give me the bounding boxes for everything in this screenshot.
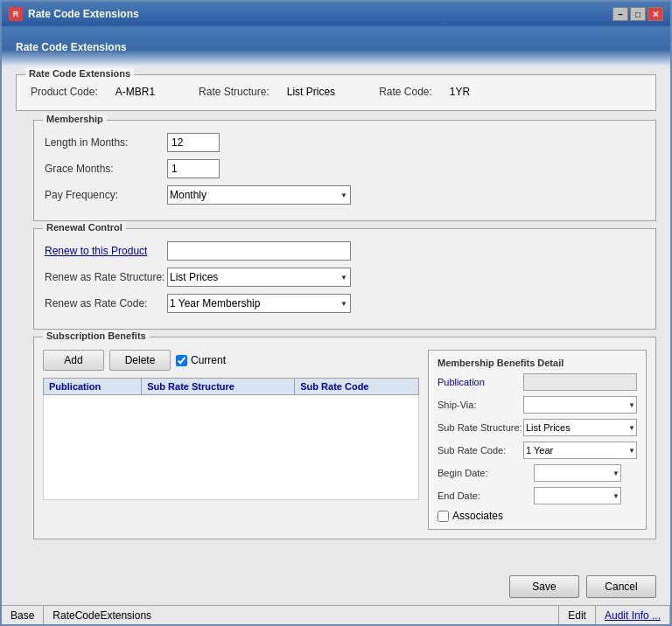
sub-rate-structure-row: Sub Rate Structure: List Prices Standard: [438, 419, 637, 436]
status-edit-label: Edit: [568, 609, 586, 622]
pay-frequency-label: Pay Frequency:: [45, 189, 167, 201]
begin-date-label: Begin Date:: [438, 468, 534, 478]
window-title: Rate Code Extensions: [28, 8, 139, 20]
content-area: Rate Code Extensions Product Code: A-MBR…: [2, 66, 670, 568]
grace-months-input[interactable]: [167, 159, 220, 178]
end-date-row: End Date:: [438, 487, 637, 504]
pay-frequency-select[interactable]: Monthly Annually Quarterly: [167, 185, 351, 205]
table-body: [44, 395, 419, 500]
publication-row: Publication: [438, 373, 637, 391]
status-audit[interactable]: Audit Info ...: [596, 606, 670, 624]
subscription-table: Publication Sub Rate Structure Sub Rate …: [43, 378, 419, 500]
title-bar-controls: – □ ✕: [612, 7, 663, 21]
renew-rate-structure-label: Renew as Rate Structure:: [45, 271, 167, 283]
renew-rate-code-label: Renew as Rate Code:: [45, 297, 167, 310]
cancel-button[interactable]: Cancel: [586, 575, 656, 598]
main-area: Membership Length in Months: Grace Month…: [16, 120, 656, 539]
table-empty-row: [44, 395, 419, 500]
footer-buttons: Save Cancel: [2, 568, 670, 605]
renew-rate-code-row: Renew as Rate Code: 1 Year Membership 2 …: [45, 294, 645, 313]
maximize-button[interactable]: □: [630, 7, 646, 21]
current-checkbox[interactable]: [176, 355, 187, 366]
benefits-detail-title: Membership Benefits Detail: [438, 358, 637, 368]
grace-months-row: Grace Months:: [45, 159, 645, 178]
sub-rate-code-select[interactable]: 1 Year 2 Year Monthly: [523, 442, 637, 459]
col-sub-rate-code: Sub Rate Code: [295, 379, 419, 395]
save-button[interactable]: Save: [509, 575, 579, 598]
pay-frequency-wrapper: Monthly Annually Quarterly: [167, 185, 351, 205]
sub-rate-structure-label: Sub Rate Structure:: [438, 422, 523, 433]
sub-rate-code-label: Sub Rate Code:: [438, 445, 523, 456]
add-button[interactable]: Add: [43, 350, 104, 371]
status-module-label: RateCodeExtensions: [52, 609, 151, 622]
subscription-benefits-title: Subscription Benefits: [43, 330, 150, 341]
renew-rate-code-select[interactable]: 1 Year Membership 2 Year Membership Mont…: [167, 294, 351, 313]
current-checkbox-label[interactable]: Current: [176, 354, 226, 366]
status-base: Base: [2, 606, 44, 624]
renewal-control-title: Renewal Control: [43, 222, 126, 233]
main-window: R Rate Code Extensions – □ ✕ Rate Code E…: [0, 0, 672, 626]
delete-button[interactable]: Delete: [109, 350, 171, 371]
col-publication: Publication: [44, 379, 142, 395]
rate-structure-value: List Prices: [287, 86, 335, 98]
product-code-value: A-MBR1: [116, 86, 155, 98]
renew-rate-structure-select[interactable]: List Prices Standard Promotional: [167, 268, 351, 287]
grace-months-label: Grace Months:: [45, 163, 167, 175]
renew-to-product-link[interactable]: Renew to this Product: [45, 245, 167, 257]
length-months-input[interactable]: [167, 133, 220, 152]
rate-code-extensions-group: Rate Code Extensions Product Code: A-MBR…: [16, 74, 656, 111]
close-button[interactable]: ✕: [648, 7, 663, 21]
begin-date-select[interactable]: [534, 464, 621, 482]
minimize-button[interactable]: –: [612, 7, 628, 21]
title-bar: R Rate Code Extensions – □ ✕: [2, 2, 670, 26]
membership-group: Membership Length in Months: Grace Month…: [33, 120, 656, 221]
sub-rate-structure-wrapper: List Prices Standard: [523, 419, 637, 436]
status-module: RateCodeExtensions: [44, 606, 559, 624]
ship-via-wrapper: [523, 396, 637, 414]
begin-date-row: Begin Date:: [438, 464, 637, 482]
audit-info-link[interactable]: Audit Info ...: [605, 609, 661, 622]
sub-rate-code-row: Sub Rate Code: 1 Year 2 Year Monthly: [438, 442, 637, 459]
rate-code-info-row: Product Code: A-MBR1 Rate Structure: Lis…: [25, 82, 647, 101]
page-title: Rate Code Extensions: [16, 41, 127, 53]
sub-rate-code-wrapper: 1 Year 2 Year Monthly: [523, 442, 637, 459]
associates-label: Associates: [452, 510, 503, 522]
rate-structure-label: Rate Structure:: [199, 86, 270, 98]
subscription-benefits-group: Subscription Benefits Add Delete Current: [33, 337, 656, 539]
end-date-select[interactable]: [534, 487, 621, 504]
rate-code-value: 1YR: [450, 86, 470, 98]
status-bar: Base RateCodeExtensions Edit Audit Info …: [2, 605, 670, 624]
associates-checkbox[interactable]: [438, 511, 449, 522]
app-icon: R: [9, 7, 23, 21]
ship-via-select[interactable]: [523, 396, 637, 414]
rate-code-extensions-title: Rate Code Extensions: [25, 68, 134, 79]
begin-date-wrapper: [534, 464, 621, 482]
length-months-label: Length in Months:: [45, 136, 167, 149]
rate-code-label: Rate Code:: [379, 86, 432, 98]
ship-via-label: Ship-Via:: [438, 400, 523, 410]
status-base-label: Base: [10, 609, 34, 622]
membership-title: Membership: [43, 114, 107, 124]
pay-frequency-row: Pay Frequency: Monthly Annually Quarterl…: [45, 185, 645, 205]
publication-input[interactable]: [523, 373, 637, 391]
page-header: Rate Code Extensions: [2, 26, 670, 66]
col-sub-rate-structure: Sub Rate Structure: [142, 379, 295, 395]
renew-rate-code-wrapper: 1 Year Membership 2 Year Membership Mont…: [167, 294, 351, 313]
product-code-label: Product Code:: [31, 86, 98, 98]
table-header-row: Publication Sub Rate Structure Sub Rate …: [44, 379, 419, 395]
subscription-inner: Add Delete Current Publication: [43, 350, 647, 530]
renew-to-product-input[interactable]: [167, 241, 351, 261]
membership-benefits-detail: Membership Benefits Detail Publication S…: [428, 350, 647, 530]
end-date-wrapper: [534, 487, 621, 504]
current-label: Current: [191, 354, 226, 366]
renew-to-product-row: Renew to this Product: [45, 241, 645, 261]
renew-rate-structure-wrapper: List Prices Standard Promotional: [167, 268, 351, 287]
publication-label: Publication: [438, 377, 523, 387]
associates-row: Associates: [438, 510, 637, 522]
end-date-label: End Date:: [438, 490, 534, 501]
ship-via-row: Ship-Via:: [438, 396, 637, 414]
renewal-control-group: Renewal Control Renew to this Product Re…: [33, 228, 656, 330]
renew-rate-structure-row: Renew as Rate Structure: List Prices Sta…: [45, 268, 645, 287]
sub-toolbar: Add Delete Current: [43, 350, 419, 371]
sub-rate-structure-select[interactable]: List Prices Standard: [523, 419, 637, 436]
